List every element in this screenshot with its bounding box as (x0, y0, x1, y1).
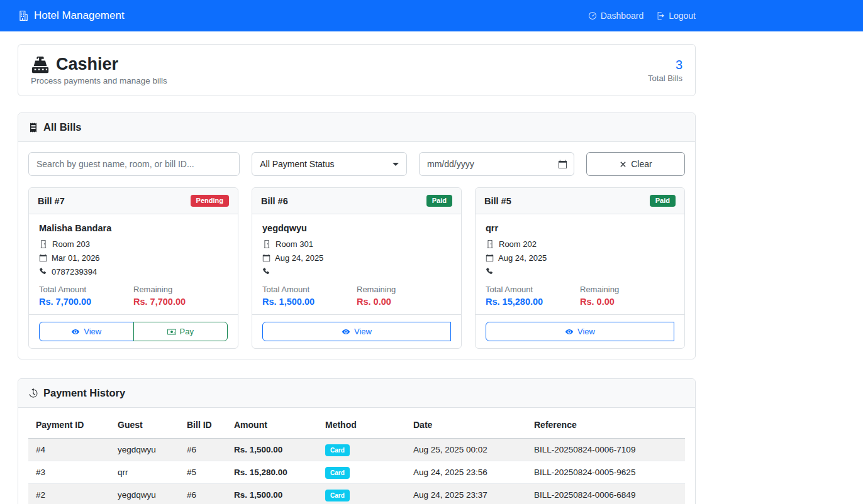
amounts-row: Total Amount Rs. 1,500.00 Remaining Rs. … (262, 285, 451, 307)
table-row: #4 yegdqwyu #6 Rs. 1,500.00 Card Aug 25,… (28, 439, 685, 461)
date-filter-input[interactable]: mm/dd/yyyy (419, 152, 574, 176)
search-input[interactable] (28, 152, 240, 176)
bill-id-cell: #5 (179, 461, 226, 484)
door-icon (262, 239, 271, 248)
all-bills-title: All Bills (43, 121, 82, 133)
bill-card-body: yegdqwyu Room 301 Aug 24, 2025 (252, 214, 461, 314)
amounts-row: Total Amount Rs. 7,700.00 Remaining Rs. … (39, 285, 228, 307)
date-line: Mar 01, 2026 (39, 253, 228, 263)
payment-id-cell: #3 (28, 461, 110, 484)
col-reference: Reference (526, 412, 685, 439)
date-value: Aug 24, 2025 (275, 253, 323, 263)
date-cell: Aug 25, 2025 00:02 (406, 439, 526, 461)
chevron-down-icon (393, 163, 399, 166)
eye-icon (71, 327, 80, 336)
x-icon (619, 160, 627, 168)
speedometer-icon (588, 11, 597, 20)
status-badge: Pending (191, 195, 229, 207)
payment-history-title: Payment History (43, 387, 125, 399)
bill-id-cell: #6 (179, 439, 226, 461)
total-amount-value: Rs. 15,280.00 (486, 297, 580, 307)
date-line: Aug 24, 2025 (262, 253, 451, 263)
bill-id: Bill #5 (484, 196, 511, 206)
col-date: Date (406, 412, 526, 439)
payment-history-body: Payment ID Guest Bill ID Amount Method D… (18, 408, 695, 504)
pay-button-label: Pay (180, 327, 194, 336)
calendar-icon (262, 254, 270, 262)
view-button-label: View (577, 327, 595, 336)
door-icon (486, 239, 494, 248)
bill-card-body: Malisha Bandara Room 203 Mar 01, 2026 07… (29, 214, 238, 314)
reference-cell: BILL-20250824-0006-6849 (526, 484, 685, 504)
bill-card: Bill #7 Pending Malisha Bandara Room 203… (28, 187, 238, 349)
clear-filters-button[interactable]: Clear (586, 152, 685, 176)
bill-id-cell: #6 (179, 484, 226, 504)
bill-card-footer: View (476, 314, 684, 348)
receipt-icon (28, 123, 38, 133)
total-bills-value: 3 (648, 58, 682, 72)
bill-card-body: qrr Room 202 Aug 24, 2025 (476, 214, 684, 314)
eye-icon (342, 327, 350, 336)
date-value: Aug 24, 2025 (498, 253, 547, 263)
cashier-header-left: Cashier Process payments and manage bill… (31, 55, 167, 85)
all-bills-body: All Payment Status mm/dd/yyyy Clear Bi (18, 142, 695, 359)
phone-line (262, 266, 451, 277)
total-amount-col: Total Amount Rs. 1,500.00 (262, 285, 357, 307)
nav-logout-link[interactable]: Logout (656, 11, 696, 21)
cashier-header-card: Cashier Process payments and manage bill… (18, 44, 696, 96)
total-amount-col: Total Amount Rs. 15,280.00 (486, 285, 580, 307)
guest-name: qrr (486, 223, 674, 233)
payment-status-select[interactable]: All Payment Status (252, 152, 407, 176)
guest-cell: qrr (110, 461, 179, 484)
view-button-label: View (84, 327, 101, 336)
view-bill-button[interactable]: View (262, 322, 451, 341)
total-bills-label: Total Bills (648, 74, 682, 83)
bill-actions: View (486, 322, 674, 341)
cash-icon (167, 327, 176, 336)
status-badge: Paid (650, 195, 676, 207)
payment-history-card: Payment History Payment ID Guest Bill ID… (18, 378, 696, 504)
room-value: Room 203 (52, 239, 90, 249)
pay-bill-button[interactable]: Pay (133, 322, 228, 341)
bills-grid: Bill #7 Pending Malisha Bandara Room 203… (28, 187, 685, 349)
total-amount-label: Total Amount (262, 285, 357, 294)
table-header-row: Payment ID Guest Bill ID Amount Method D… (28, 412, 685, 439)
method-cell: Card (318, 484, 406, 504)
view-bill-button[interactable]: View (39, 322, 134, 341)
remaining-label: Remaining (357, 285, 451, 294)
method-badge: Card (325, 444, 350, 456)
view-bill-button[interactable]: View (486, 322, 674, 341)
date-value: Mar 01, 2026 (52, 253, 100, 263)
col-payment-id: Payment ID (28, 412, 110, 439)
bill-card-footer: View Pay (29, 314, 238, 348)
telephone-icon (486, 268, 494, 276)
col-guest: Guest (110, 412, 179, 439)
nav-dashboard-link[interactable]: Dashboard (588, 11, 644, 21)
payment-id-cell: #4 (28, 439, 110, 461)
date-cell: Aug 24, 2025 23:37 (406, 484, 526, 504)
page-subtitle: Process payments and manage bills (31, 76, 167, 85)
remaining-value: Rs. 7,700.00 (133, 297, 228, 307)
date-filter-value: mm/dd/yyyy (427, 159, 474, 169)
remaining-col: Remaining Rs. 0.00 (357, 285, 451, 307)
total-amount-value: Rs. 1,500.00 (262, 297, 357, 307)
all-bills-header: All Bills (18, 113, 695, 142)
method-badge: Card (325, 467, 350, 479)
total-amount-label: Total Amount (39, 285, 133, 294)
bill-id: Bill #6 (261, 196, 288, 206)
app-brand[interactable]: Hotel Management (18, 9, 125, 22)
payment-id-cell: #2 (28, 484, 110, 504)
bill-card: Bill #6 Paid yegdqwyu Room 301 Aug 24, 2… (252, 187, 462, 349)
reference-cell: BILL-20250824-0005-9625 (526, 461, 685, 484)
eye-icon (565, 327, 574, 336)
method-cell: Card (318, 439, 406, 461)
bill-actions: View Pay (39, 322, 228, 341)
payment-history-table: Payment ID Guest Bill ID Amount Method D… (28, 412, 685, 504)
all-bills-card: All Bills All Payment Status mm/dd/yyyy … (18, 112, 696, 359)
bill-card: Bill #5 Paid qrr Room 202 Aug 24, 2025 (475, 187, 685, 349)
calendar-icon (39, 254, 47, 262)
date-line: Aug 24, 2025 (486, 253, 674, 263)
phone-line: 0787239394 (39, 266, 228, 277)
building-icon (18, 10, 29, 21)
reference-cell: BILL-20250824-0006-7109 (526, 439, 685, 461)
